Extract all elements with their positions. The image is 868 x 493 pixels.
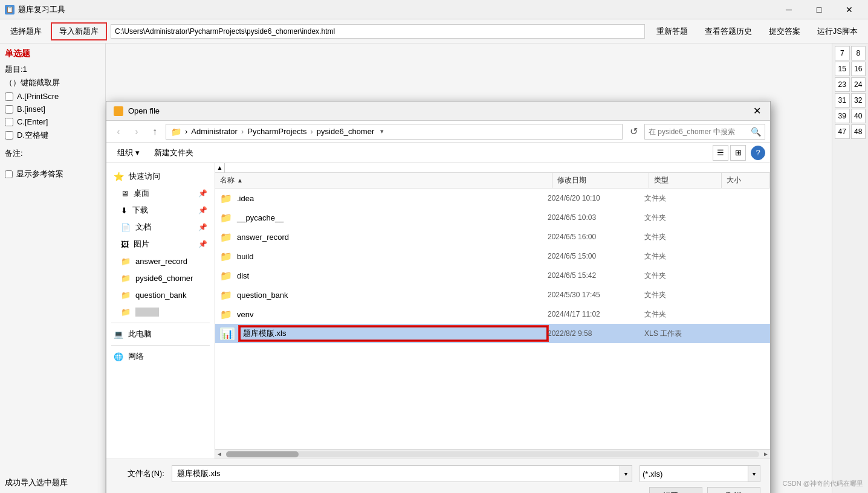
open-file-dialog: Open file ✕ ‹ › ↑ 📁 › Administrator › Py… (106, 101, 771, 493)
col-type[interactable]: 类型 (649, 173, 722, 188)
idea-name: .idea (237, 194, 548, 203)
scroll-up-nav[interactable]: ▲ (215, 163, 225, 173)
num-48[interactable]: 48 (851, 124, 866, 139)
col-date[interactable]: 修改日期 (552, 173, 649, 188)
nav-pictures[interactable]: 🖼 图片 📌 (106, 236, 215, 253)
pycache-date: 2024/6/5 10:03 (548, 213, 644, 222)
nav-question-bank[interactable]: 📁 question_bank (106, 286, 215, 303)
file-dist[interactable]: 📁 dist 2024/6/5 15:42 文件夹 (215, 266, 770, 285)
search-box: 🔍 (644, 124, 765, 140)
address-path: 📁 › Administrator › PycharmProjects › py… (166, 124, 623, 140)
filename-dropdown-button[interactable]: ▾ (620, 465, 632, 482)
right-panel: 7 8 15 16 23 24 31 32 39 40 47 48 (832, 44, 868, 493)
dialog-icon (114, 106, 123, 116)
reset-answer-button[interactable]: 重新答题 (649, 22, 696, 40)
details-view-button[interactable]: ⊞ (730, 145, 746, 161)
horizontal-scrollbar[interactable]: ◄ ► (215, 449, 770, 459)
path-administrator[interactable]: Administrator (191, 127, 238, 136)
num-23[interactable]: 23 (835, 77, 850, 92)
option-c: C.[Enter] (5, 117, 100, 126)
search-input[interactable] (649, 127, 748, 136)
option-a: A.[PrintScre (5, 92, 100, 101)
col-name[interactable]: 名称 ▲ (215, 173, 552, 188)
num-24[interactable]: 24 (851, 77, 866, 92)
nav-desktop[interactable]: 🖥 桌面 📌 (106, 185, 215, 202)
path-dropdown-button[interactable]: ▾ (378, 127, 386, 135)
nav-blurred[interactable]: 📁 ■■■■■ (106, 303, 215, 320)
view-buttons: ☰ ⊞ ? (713, 145, 765, 161)
col-size[interactable]: 大小 (722, 173, 770, 188)
close-button[interactable]: ✕ (835, 0, 863, 19)
nav-answer-record[interactable]: 📁 answer_record (106, 253, 215, 269)
file-build[interactable]: 📁 build 2024/6/5 15:00 文件夹 (215, 246, 770, 266)
file-pycache[interactable]: 📁 __pycache__ 2024/6/5 10:03 文件夹 (215, 208, 770, 227)
file-idea[interactable]: 📁 .idea 2024/6/20 10:10 文件夹 (215, 188, 770, 208)
refresh-button[interactable]: ↺ (626, 124, 641, 139)
scroll-right-button[interactable]: ► (762, 450, 770, 459)
filetype-dropdown-button[interactable]: ▾ (748, 465, 760, 482)
list-view-button[interactable]: ☰ (713, 145, 728, 161)
num-40[interactable]: 40 (851, 109, 866, 123)
scroll-thumb[interactable] (226, 451, 299, 457)
blurred-icon: 📁 (121, 308, 131, 317)
num-31[interactable]: 31 (835, 93, 850, 108)
minimize-button[interactable]: ─ (775, 0, 803, 19)
nav-network[interactable]: 🌐 网络 (106, 348, 215, 365)
view-history-button[interactable]: 查看答题历史 (697, 22, 760, 40)
num-47[interactable]: 47 (835, 124, 850, 139)
num-32[interactable]: 32 (851, 93, 866, 108)
nav-quick-access[interactable]: ⭐ 快速访问 (106, 168, 215, 185)
file-question-bank[interactable]: 📁 question_bank 2024/5/30 17:45 文件夹 (215, 285, 770, 304)
option-d-checkbox[interactable] (5, 131, 13, 140)
idea-icon: 📁 (220, 193, 232, 204)
cancel-button[interactable]: 取消 (707, 487, 760, 493)
venv-date: 2024/4/17 11:02 (548, 310, 644, 318)
nav-pyside6[interactable]: 📁 pyside6_chomer (106, 269, 215, 286)
dialog-close-button[interactable]: ✕ (751, 105, 763, 117)
maximize-button[interactable]: □ (805, 0, 833, 19)
organize-button[interactable]: 组织 ▾ (111, 145, 146, 161)
question-number: 题目:1 (5, 64, 100, 75)
show-answer-checkbox[interactable] (5, 170, 13, 178)
toolbar: 选择题库 导入新题库 重新答题 查看答题历史 提交答案 运行JS脚本 (0, 19, 868, 44)
submit-answer-button[interactable]: 提交答案 (761, 22, 808, 40)
num-15[interactable]: 15 (835, 62, 850, 76)
pictures-label: 图片 (134, 239, 149, 250)
num-7[interactable]: 7 (835, 46, 850, 60)
import-bank-button[interactable]: 导入新题库 (51, 22, 107, 40)
filename-input[interactable] (172, 465, 620, 482)
path-sep-1: › (241, 127, 244, 136)
nav-downloads[interactable]: ⬇ 下载 📌 (106, 202, 215, 219)
nav-this-pc[interactable]: 💻 此电脑 (106, 326, 215, 343)
option-b-checkbox[interactable] (5, 105, 13, 114)
choose-bank-button[interactable]: 选择题库 (2, 22, 50, 40)
path-pycharm[interactable]: PycharmProjects (247, 127, 306, 136)
path-pyside[interactable]: pyside6_chomer (317, 127, 374, 136)
num-39[interactable]: 39 (835, 109, 850, 123)
scroll-left-button[interactable]: ◄ (215, 450, 224, 459)
file-answer-record[interactable]: 📁 answer_record 2024/6/5 16:00 文件夹 (215, 227, 770, 246)
nav-documents[interactable]: 📄 文档 📌 (106, 219, 215, 236)
option-a-checkbox[interactable] (5, 92, 13, 101)
new-folder-button[interactable]: 新建文件夹 (148, 145, 199, 161)
title-bar-left: 📋 题库复习工具 (5, 4, 65, 15)
option-c-checkbox[interactable] (5, 118, 13, 126)
filetype-input[interactable] (640, 465, 748, 482)
dist-type: 文件夹 (644, 271, 717, 281)
answer-record-file-type: 文件夹 (644, 232, 717, 242)
up-button[interactable]: ↑ (147, 124, 162, 139)
file-venv[interactable]: 📁 venv 2024/4/17 11:02 文件夹 (215, 304, 770, 324)
pycache-type: 文件夹 (644, 213, 717, 223)
num-16[interactable]: 16 (851, 62, 866, 76)
num-8[interactable]: 8 (851, 46, 866, 60)
path-input[interactable] (111, 24, 645, 39)
back-button[interactable]: ‹ (111, 124, 126, 139)
file-xls[interactable]: 📊 题库模版.xls 2022/8/2 9:58 XLS 工作表 (215, 324, 770, 343)
dialog-bottom: 文件名(N): ▾ ▾ 打开(O) 取消 (106, 459, 770, 493)
option-a-label: A.[PrintScre (17, 92, 59, 101)
help-button[interactable]: ? (751, 146, 765, 160)
desktop-pin: 📌 (198, 189, 207, 198)
open-button[interactable]: 打开(O) (649, 487, 702, 493)
forward-button[interactable]: › (129, 124, 144, 139)
run-js-button[interactable]: 运行JS脚本 (809, 22, 866, 40)
